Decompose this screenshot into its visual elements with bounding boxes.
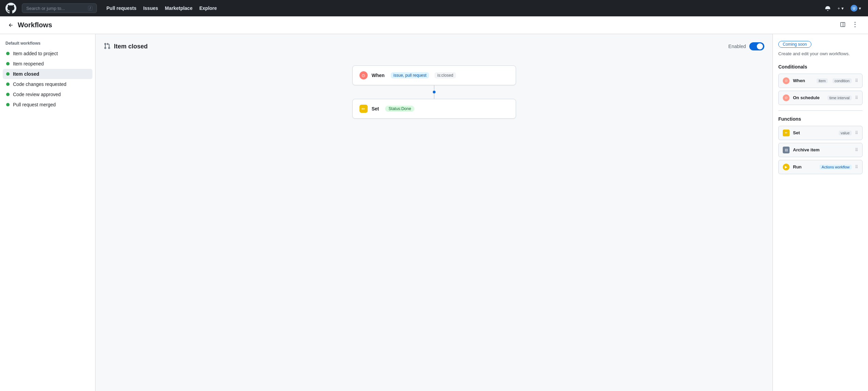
conditional-schedule-label: On schedule bbox=[793, 95, 824, 100]
enabled-label: Enabled bbox=[729, 44, 746, 49]
header-actions bbox=[838, 20, 860, 30]
when-node[interactable]: ⊙ When issue, pull request is:closed bbox=[352, 65, 516, 85]
sidebar-section-title: Default workflows bbox=[3, 40, 92, 48]
split-view-button[interactable] bbox=[838, 20, 848, 30]
enabled-toggle[interactable] bbox=[749, 42, 764, 50]
conditional-when-tag2: condition bbox=[833, 78, 852, 83]
drag-handle-icon: ⠿ bbox=[855, 95, 858, 100]
function-run-icon: ▶ bbox=[783, 164, 790, 170]
set-label: Set bbox=[372, 106, 379, 111]
workflow-icon bbox=[104, 43, 111, 50]
set-node-icon: ✏ bbox=[359, 105, 368, 113]
status-dot bbox=[6, 103, 10, 106]
when-node-icon: ⊙ bbox=[359, 71, 368, 79]
drag-handle-icon: ⠿ bbox=[855, 78, 858, 83]
nav-marketplace[interactable]: Marketplace bbox=[162, 4, 195, 12]
set-node[interactable]: ✏ Set Status:Done bbox=[352, 99, 516, 119]
main-layout: Default workflows Item added to project … bbox=[0, 34, 868, 391]
sidebar-item-code-changes[interactable]: Code changes requested bbox=[3, 79, 92, 89]
search-slash: / bbox=[88, 6, 92, 11]
sidebar: Default workflows Item added to project … bbox=[0, 34, 95, 391]
plus-icon: + bbox=[837, 6, 840, 11]
notifications-button[interactable] bbox=[824, 4, 832, 12]
plus-button[interactable]: + ▾ bbox=[836, 4, 845, 12]
connector-line-top bbox=[434, 85, 435, 91]
status-dot bbox=[6, 62, 10, 65]
function-set-icon: ✏ bbox=[783, 130, 790, 136]
page-title: Workflows bbox=[18, 21, 52, 29]
sidebar-item-added[interactable]: Item added to project bbox=[3, 48, 92, 59]
top-navigation: Search or jump to... / Pull requests Iss… bbox=[0, 0, 868, 16]
coming-soon-badge: Coming soon bbox=[778, 41, 811, 48]
enabled-row: Enabled bbox=[729, 42, 764, 50]
conditional-schedule[interactable]: ⊙ On schedule time interval ⠿ bbox=[778, 91, 863, 105]
bell-icon bbox=[825, 5, 830, 11]
search-input[interactable]: Search or jump to... / bbox=[22, 3, 97, 13]
connector bbox=[433, 85, 436, 99]
status-dot bbox=[6, 82, 10, 86]
sidebar-item-label: Pull request merged bbox=[13, 102, 56, 107]
nav-explore[interactable]: Explore bbox=[196, 4, 219, 12]
nav-right-actions: + ▾ U ▾ bbox=[824, 3, 863, 13]
function-run-label: Run bbox=[793, 164, 816, 169]
when-label: When bbox=[372, 73, 385, 78]
status-dot bbox=[6, 52, 10, 55]
workflow-canvas: ⊙ When issue, pull request is:closed ✏ S… bbox=[104, 59, 764, 125]
sidebar-item-label: Item closed bbox=[13, 71, 39, 77]
function-run-tag: Actions workflow bbox=[820, 165, 852, 169]
sidebar-item-reopened[interactable]: Item reopened bbox=[3, 59, 92, 69]
main-content: Item closed Enabled ⊙ When issue, pull r… bbox=[95, 34, 773, 391]
connector-dot bbox=[433, 91, 436, 93]
back-button[interactable] bbox=[8, 22, 14, 28]
conditionals-title: Conditionals bbox=[778, 64, 863, 70]
nav-pull-requests[interactable]: Pull requests bbox=[104, 4, 139, 12]
nav-issues[interactable]: Issues bbox=[141, 4, 161, 12]
functions-title: Functions bbox=[778, 116, 863, 122]
toggle-slider bbox=[749, 42, 764, 50]
page-header: Workflows bbox=[0, 16, 868, 34]
panel-description: Create and edit your own workflows. bbox=[778, 50, 863, 57]
drag-handle-icon: ⠿ bbox=[855, 165, 858, 169]
conditional-schedule-icon: ⊙ bbox=[783, 94, 790, 101]
user-menu-button[interactable]: U ▾ bbox=[849, 3, 863, 13]
back-arrow-icon bbox=[8, 22, 14, 28]
function-run[interactable]: ▶ Run Actions workflow ⠿ bbox=[778, 160, 863, 174]
nav-links: Pull requests Issues Marketplace Explore bbox=[104, 4, 220, 12]
search-placeholder: Search or jump to... bbox=[26, 6, 65, 11]
divider bbox=[778, 110, 863, 111]
workflow-title-row: Item closed bbox=[104, 43, 148, 50]
function-archive-icon: ▤ bbox=[783, 147, 790, 153]
more-options-button[interactable] bbox=[850, 20, 860, 30]
more-options-icon bbox=[852, 22, 858, 27]
split-view-icon bbox=[840, 22, 845, 27]
conditional-when[interactable]: ⊙ When item condition ⠿ bbox=[778, 74, 863, 88]
function-archive-label: Archive item bbox=[793, 147, 852, 152]
workflow-header: Item closed Enabled bbox=[104, 42, 764, 50]
workflow-title: Item closed bbox=[114, 43, 148, 50]
drag-handle-icon: ⠿ bbox=[855, 131, 858, 135]
status-dot bbox=[6, 93, 10, 96]
avatar: U bbox=[851, 5, 857, 12]
conditional-when-icon: ⊙ bbox=[783, 77, 790, 84]
function-archive[interactable]: ▤ Archive item ⠿ bbox=[778, 143, 863, 157]
conditional-schedule-tag: time interval bbox=[827, 95, 852, 100]
sidebar-item-label: Code review approved bbox=[13, 92, 61, 97]
set-tag-status: Status:Done bbox=[385, 106, 414, 112]
sidebar-item-pr-merged[interactable]: Pull request merged bbox=[3, 100, 92, 110]
sidebar-item-label: Item added to project bbox=[13, 51, 58, 56]
function-set-tag: value bbox=[839, 131, 852, 135]
drag-handle-icon: ⠿ bbox=[855, 148, 858, 152]
function-set-label: Set bbox=[793, 130, 835, 135]
sidebar-item-label: Item reopened bbox=[13, 61, 44, 66]
conditional-when-tag: item bbox=[816, 78, 828, 83]
user-chevron-icon: ▾ bbox=[859, 6, 861, 11]
status-dot bbox=[6, 72, 10, 76]
github-logo[interactable] bbox=[5, 3, 16, 14]
right-panel: Coming soon Create and edit your own wor… bbox=[773, 34, 868, 391]
sidebar-item-label: Code changes requested bbox=[13, 81, 66, 87]
conditional-when-label: When bbox=[793, 78, 813, 83]
function-set[interactable]: ✏ Set value ⠿ bbox=[778, 126, 863, 140]
when-tag-closed: is:closed bbox=[435, 72, 456, 78]
sidebar-item-closed[interactable]: Item closed bbox=[3, 69, 92, 79]
sidebar-item-code-review[interactable]: Code review approved bbox=[3, 89, 92, 100]
